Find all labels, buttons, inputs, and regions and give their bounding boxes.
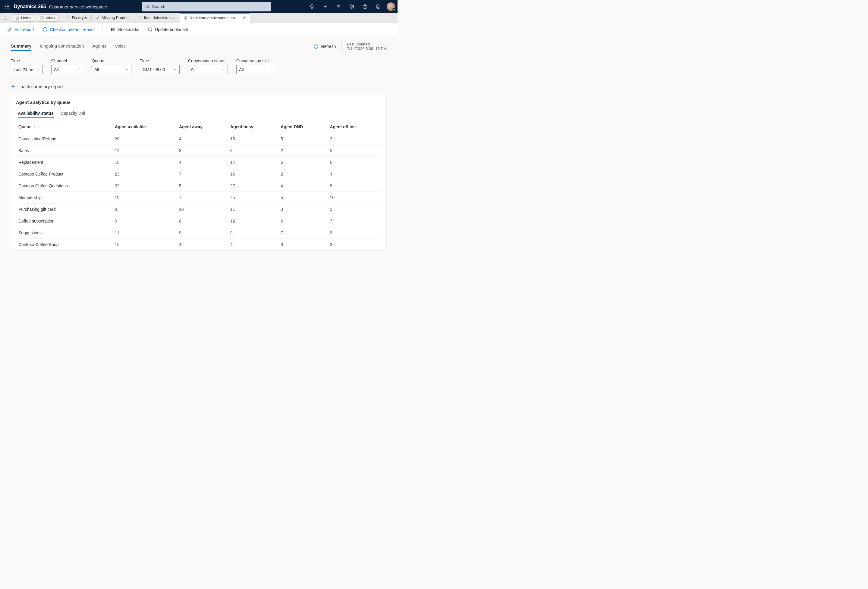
cell-queue: Contoso Coffee Questions xyxy=(15,180,112,192)
emoji-icon[interactable] xyxy=(372,0,384,13)
cell-busy: 8 xyxy=(227,145,278,157)
analytics-card: Agent analytics by queue Availability st… xyxy=(11,94,387,250)
filter-tz[interactable]: GMT -08:00 xyxy=(140,65,180,74)
home-pill[interactable]: Home xyxy=(12,15,35,22)
cell-available: 23 xyxy=(112,168,176,180)
edit-report-button[interactable]: Edit report xyxy=(7,27,34,32)
back-link-label: back summary report xyxy=(21,84,63,89)
session-tab-label: Fix dryer xyxy=(72,15,87,20)
sort-asc-icon: ↑ xyxy=(34,125,35,129)
table-row[interactable]: Cancellation/Refund2041553 xyxy=(15,133,382,145)
col-queue[interactable]: Queue↑ xyxy=(15,121,112,133)
filter-queue[interactable]: All xyxy=(92,65,131,74)
filter-skill[interactable]: All xyxy=(236,65,276,74)
hamburger-icon[interactable] xyxy=(1,13,10,23)
table-row[interactable]: Contoso Coffee Shop154483 xyxy=(15,239,382,250)
dd-value: All xyxy=(94,67,99,72)
tab-ongoing-conversation[interactable]: Ongoing conversation xyxy=(40,41,84,51)
col-dnd[interactable]: Agent DND xyxy=(278,121,327,133)
update-bookmark-button[interactable]: Update bookmark xyxy=(148,27,188,32)
brand-name: Dynamics 365 xyxy=(14,4,46,9)
table-row[interactable]: Sales128825 xyxy=(15,145,382,157)
cell-queue: Contoso Coffee Shop xyxy=(15,239,112,250)
svg-point-0 xyxy=(6,5,6,6)
avatar[interactable] xyxy=(387,2,395,11)
session-tab-omnichannel[interactable]: Real time omnichannel an... xyxy=(180,13,250,23)
app-launcher-icon[interactable] xyxy=(2,2,12,12)
cell-away: 5 xyxy=(176,180,227,192)
svg-point-5 xyxy=(9,6,9,7)
svg-point-31 xyxy=(111,28,112,28)
cell-queue: Suggestions xyxy=(15,227,112,239)
cell-busy: 11 xyxy=(227,203,278,215)
cell-available: 9 xyxy=(112,215,176,227)
cmd-label: Bookmarks xyxy=(118,27,139,32)
dd-value: All xyxy=(191,67,196,72)
session-tab-label: Item defective o... xyxy=(144,15,175,20)
subtab-capacity[interactable]: Capacity unit xyxy=(61,109,85,118)
filter-channel[interactable]: All xyxy=(51,65,83,74)
cell-away: 7 xyxy=(176,192,227,203)
svg-point-3 xyxy=(6,6,6,7)
inbox-pill[interactable]: Inbox xyxy=(37,15,59,22)
cell-dnd: 6 xyxy=(278,157,327,168)
refresh-button[interactable]: Refresh xyxy=(313,44,336,49)
inbox-label: Inbox xyxy=(46,16,55,20)
col-available[interactable]: Agent available xyxy=(112,121,176,133)
session-tab-fix-dryer[interactable]: Fix dryer xyxy=(63,13,91,23)
subtab-availability[interactable]: Availability status xyxy=(18,109,54,118)
cell-queue: Contoso Coffee Product xyxy=(15,168,112,180)
svg-point-2 xyxy=(9,5,9,6)
cell-offline: 7 xyxy=(327,215,382,227)
cell-dnd: 7 xyxy=(278,227,327,239)
dd-value: All xyxy=(239,67,244,72)
session-tab-label: Real time omnichannel an... xyxy=(190,16,238,20)
cell-offline: 3 xyxy=(327,133,382,145)
cell-dnd: 2 xyxy=(278,168,327,180)
table-row[interactable]: Coffee subscription981267 xyxy=(15,215,382,227)
svg-point-6 xyxy=(6,8,6,9)
col-offline[interactable]: Agent offline xyxy=(327,121,382,133)
cell-available: 12 xyxy=(112,145,176,157)
table-row[interactable]: Replacement1641466 xyxy=(15,157,382,168)
cell-busy: 12 xyxy=(227,215,278,227)
tab-voice[interactable]: Voice xyxy=(115,41,126,51)
last-updated-value: 7/14/2022 5:08: 15 PM xyxy=(347,46,387,51)
cell-available: 11 xyxy=(112,227,176,239)
cell-dnd: 5 xyxy=(278,133,327,145)
col-away[interactable]: Agent away xyxy=(176,121,227,133)
back-link[interactable]: back summary report xyxy=(11,84,387,89)
svg-point-20 xyxy=(377,6,378,6)
cell-away: 4 xyxy=(176,133,227,145)
global-search[interactable]: Search xyxy=(142,2,271,12)
col-busy[interactable]: Agent busy xyxy=(227,121,278,133)
plus-icon[interactable] xyxy=(319,0,331,13)
tab-summary[interactable]: Summary xyxy=(11,41,31,51)
checkout-report-button[interactable]: Checkout default report xyxy=(43,27,94,32)
gear-icon[interactable] xyxy=(346,0,358,13)
lightbulb-icon[interactable] xyxy=(306,0,318,13)
svg-point-16 xyxy=(351,6,353,7)
cell-busy: 9 xyxy=(227,227,278,239)
svg-point-33 xyxy=(111,30,112,31)
session-tab-missing-product[interactable]: Missing Product xyxy=(92,13,133,23)
cell-available: 20 xyxy=(112,133,176,145)
bookmarks-button[interactable]: Bookmarks xyxy=(111,27,139,32)
top-nav: Dynamics 365 Customer service workspace … xyxy=(0,0,397,13)
filter-time[interactable]: Last 24 hrs xyxy=(11,65,43,74)
table-row[interactable]: Suggestions119979 xyxy=(15,227,382,239)
table-row[interactable]: Purchasing gift card8101132 xyxy=(15,203,382,215)
table-row[interactable]: Membership10725510 xyxy=(15,192,382,203)
filter-status[interactable]: All xyxy=(188,65,228,74)
filter-icon[interactable] xyxy=(332,0,344,13)
tab-agents[interactable]: Agents xyxy=(92,41,106,51)
table-row[interactable]: Contoso Coffee Questions3252748 xyxy=(15,180,382,192)
refresh-label: Refresh xyxy=(321,44,336,49)
session-tab-item-defective[interactable]: Item defective o... xyxy=(135,13,179,23)
cell-busy: 27 xyxy=(227,180,278,192)
help-icon[interactable] xyxy=(359,0,371,13)
table-row[interactable]: Contoso Coffee Product2371624 xyxy=(15,168,382,180)
filter-label-queue: Queue xyxy=(92,59,131,63)
close-icon[interactable] xyxy=(242,16,246,21)
cell-available: 15 xyxy=(112,239,176,250)
